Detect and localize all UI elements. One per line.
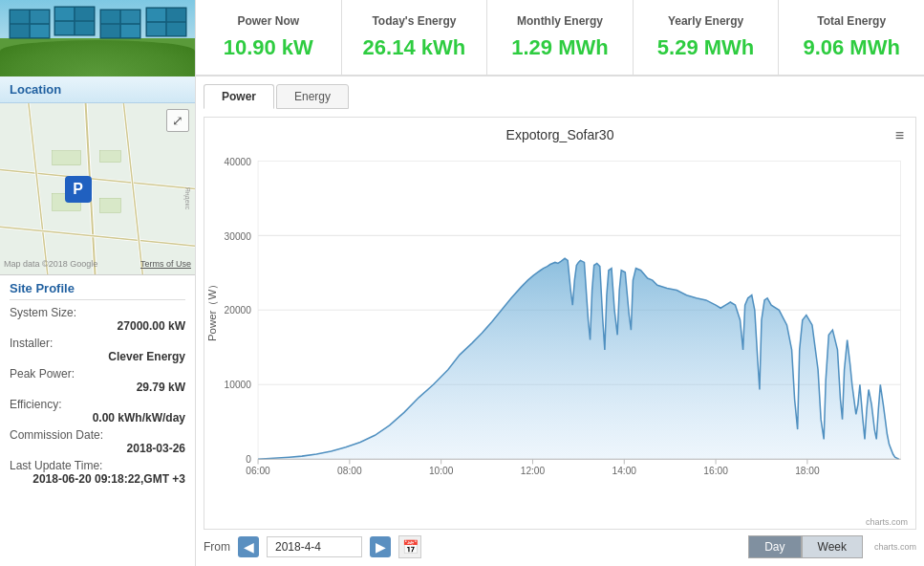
chart-menu-icon[interactable]: ≡ bbox=[895, 127, 904, 144]
svg-rect-19 bbox=[101, 25, 119, 37]
svg-rect-26 bbox=[147, 23, 165, 35]
svg-rect-5 bbox=[11, 25, 29, 37]
map-data-label: Map data ©2018 Google bbox=[4, 259, 97, 269]
period-day-button[interactable]: Day bbox=[748, 535, 801, 558]
profile-commission-date: Commission Date: 2018-03-26 bbox=[10, 428, 185, 455]
profile-installer: Installer: Clever Energy bbox=[10, 337, 185, 363]
svg-rect-42 bbox=[99, 198, 120, 212]
profile-efficiency-key: Efficiency: bbox=[10, 398, 185, 411]
profile-system-size-key: System Size: bbox=[10, 306, 185, 319]
location-header: Location bbox=[0, 76, 195, 103]
profile-peak-power-value: 29.79 kW bbox=[10, 381, 185, 394]
svg-text:Яндекс: Яндекс bbox=[183, 187, 191, 210]
period-week-button[interactable]: Week bbox=[802, 535, 863, 558]
stat-total-energy-label: Total Energy bbox=[817, 14, 886, 28]
profile-installer-value: Clever Energy bbox=[10, 350, 185, 363]
chart-wrapper: Expotorg_Sofar30 ≡ 40000 30000 20000 100… bbox=[204, 117, 916, 530]
period-buttons: Day Week bbox=[748, 535, 863, 558]
svg-text:14:00: 14:00 bbox=[612, 466, 637, 476]
chart-bottom-bar: From ◀ ▶ 📅 Day Week charts.com bbox=[204, 530, 916, 558]
svg-rect-25 bbox=[167, 9, 185, 21]
svg-rect-13 bbox=[75, 22, 94, 34]
svg-rect-39 bbox=[53, 151, 81, 165]
svg-rect-20 bbox=[121, 25, 140, 37]
svg-text:08:00: 08:00 bbox=[337, 466, 362, 476]
chart-title: Expotorg_Sofar30 bbox=[506, 127, 614, 142]
svg-rect-18 bbox=[121, 11, 140, 23]
map-terms-link[interactable]: Terms of Use bbox=[140, 259, 191, 269]
svg-rect-6 bbox=[31, 25, 49, 37]
date-next-button[interactable]: ▶ bbox=[370, 536, 391, 557]
chart-svg: 40000 30000 20000 10000 0 Power（W） bbox=[204, 151, 915, 529]
from-label: From bbox=[204, 540, 230, 554]
profile-commission-date-key: Commission Date: bbox=[10, 428, 185, 442]
profile-system-size-value: 27000.00 kW bbox=[10, 319, 185, 333]
svg-text:0: 0 bbox=[246, 454, 251, 465]
tab-energy[interactable]: Energy bbox=[276, 84, 349, 109]
date-input[interactable] bbox=[267, 536, 362, 557]
profile-last-update-key: Last Update Time: bbox=[10, 459, 185, 472]
stat-power-now-label: Power Now bbox=[237, 14, 299, 28]
svg-text:12:00: 12:00 bbox=[521, 466, 546, 476]
stat-power-now-value: 10.90 kW bbox=[224, 35, 313, 60]
svg-rect-24 bbox=[147, 9, 165, 21]
svg-text:40000: 40000 bbox=[225, 156, 252, 166]
svg-rect-11 bbox=[75, 8, 94, 20]
chart-credits: charts.com bbox=[866, 517, 908, 527]
stat-total-energy: Total Energy 9.06 MWh bbox=[779, 0, 924, 76]
map-expand-button[interactable]: ⤢ bbox=[166, 109, 189, 132]
stat-monthly-energy-value: 1.29 MWh bbox=[511, 35, 608, 60]
site-profile-title: Site Profile bbox=[10, 281, 185, 300]
highcharts-label: charts.com bbox=[874, 542, 916, 552]
svg-text:16:00: 16:00 bbox=[703, 466, 728, 476]
svg-rect-12 bbox=[55, 22, 74, 34]
main-content: Location bbox=[0, 76, 924, 566]
svg-rect-3 bbox=[11, 11, 29, 23]
tab-power[interactable]: Power bbox=[204, 84, 274, 109]
profile-commission-date-value: 2018-03-26 bbox=[10, 442, 185, 455]
map-marker: P bbox=[65, 176, 92, 203]
site-profile: Site Profile System Size: 27000.00 kW In… bbox=[0, 275, 195, 495]
stat-yearly-energy-value: 5.29 MWh bbox=[657, 35, 754, 60]
profile-efficiency-value: 0.00 kWh/kW/day bbox=[10, 411, 185, 424]
svg-text:10000: 10000 bbox=[225, 380, 252, 390]
stat-monthly-energy-label: Monthly Energy bbox=[517, 14, 603, 28]
svg-text:20000: 20000 bbox=[225, 305, 252, 316]
svg-rect-17 bbox=[101, 11, 119, 23]
stat-today-energy-value: 26.14 kWh bbox=[363, 35, 466, 60]
svg-text:10:00: 10:00 bbox=[429, 466, 454, 476]
profile-installer-key: Installer: bbox=[10, 337, 185, 350]
stat-today-energy: Today's Energy 26.14 kWh bbox=[342, 0, 488, 76]
profile-efficiency: Efficiency: 0.00 kWh/kW/day bbox=[10, 398, 185, 424]
calendar-button[interactable]: 📅 bbox=[398, 535, 421, 558]
tab-bar: Power Energy bbox=[204, 84, 916, 109]
svg-text:18:00: 18:00 bbox=[795, 466, 820, 476]
top-bar: Power Now 10.90 kW Today's Energy 26.14 … bbox=[0, 0, 924, 76]
calendar-icon: 📅 bbox=[402, 539, 419, 555]
svg-text:06:00: 06:00 bbox=[246, 466, 270, 476]
stats-grid: Power Now 10.90 kW Today's Energy 26.14 … bbox=[196, 0, 924, 76]
profile-system-size: System Size: 27000.00 kW bbox=[10, 306, 185, 333]
profile-last-update: Last Update Time: 2018-06-20 09:18:22,GM… bbox=[10, 459, 185, 486]
stat-yearly-energy-label: Yearly Energy bbox=[668, 14, 743, 28]
solar-image bbox=[0, 0, 196, 76]
stat-yearly-energy: Yearly Energy 5.29 MWh bbox=[634, 0, 780, 76]
svg-rect-10 bbox=[55, 8, 74, 20]
svg-rect-27 bbox=[167, 23, 185, 35]
chart-area: Power Energy Expotorg_Sofar30 ≡ 400 bbox=[196, 76, 924, 566]
svg-text:30000: 30000 bbox=[225, 230, 252, 241]
stat-today-energy-label: Today's Energy bbox=[372, 14, 456, 28]
stat-total-energy-value: 9.06 MWh bbox=[803, 35, 899, 60]
profile-peak-power: Peak Power: 29.79 kW bbox=[10, 367, 185, 394]
svg-text:Power（W）: Power（W） bbox=[206, 279, 218, 341]
stat-monthly-energy: Monthly Energy 1.29 MWh bbox=[487, 0, 634, 76]
svg-rect-4 bbox=[31, 11, 49, 23]
sidebar: Location bbox=[0, 76, 196, 566]
date-prev-button[interactable]: ◀ bbox=[238, 536, 259, 557]
map-container: Яндекс ⤢ P Map data ©2018 Google Terms o… bbox=[0, 103, 195, 275]
profile-last-update-value: 2018-06-20 09:18:22,GMT +3 bbox=[10, 472, 185, 486]
profile-peak-power-key: Peak Power: bbox=[10, 367, 185, 381]
stat-power-now: Power Now 10.90 kW bbox=[196, 0, 342, 76]
svg-rect-41 bbox=[99, 151, 120, 163]
